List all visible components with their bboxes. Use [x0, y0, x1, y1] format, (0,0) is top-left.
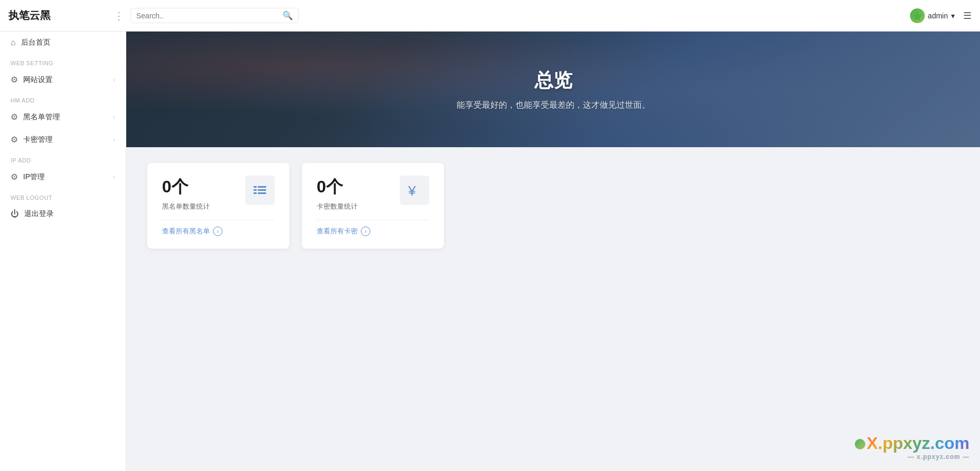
svg-text:¥: ¥: [408, 183, 416, 199]
svg-rect-6: [258, 192, 266, 194]
banner-title: 总览: [457, 68, 650, 94]
banner: 总览 能享受最好的，也能享受最差的，这才做见过世面。: [126, 32, 980, 147]
gear-icon-card: ⚙: [11, 135, 18, 145]
header: 执笔云黑 ⋮ 🔍 admin ▾ ☰: [0, 0, 980, 32]
list-icon: [245, 176, 275, 205]
section-label-web-logout: WEB LOGOUT: [0, 188, 126, 203]
user-dropdown[interactable]: admin ▾: [910, 8, 955, 23]
svg-rect-2: [258, 186, 266, 188]
sidebar-item-blacklist[interactable]: ⚙ 黑名单管理 ‹: [0, 106, 126, 128]
stat-card-blacklist-top: 0个 黑名单数量统计: [162, 176, 275, 211]
sidebar-blacklist-label: 黑名单管理: [23, 112, 60, 122]
card-link-arrow: ›: [361, 227, 370, 236]
svg-marker-0: [913, 12, 922, 21]
gear-icon: ⚙: [11, 75, 18, 85]
home-icon: ⌂: [11, 38, 16, 47]
search-bar: 🔍: [130, 8, 299, 23]
sidebar-ip-label: IP管理: [23, 172, 45, 182]
banner-subtitle: 能享受最好的，也能享受最差的，这才做见过世面。: [457, 100, 650, 111]
gear-icon-ip: ⚙: [11, 172, 18, 182]
sidebar-card-label: 卡密管理: [23, 135, 53, 145]
card-link[interactable]: 查看所有卡密 ›: [317, 227, 429, 236]
sidebar-item-logout[interactable]: ⏻ 退出登录: [0, 203, 126, 225]
card-count: 0个: [317, 176, 358, 199]
card-divider-2: [317, 220, 429, 220]
svg-rect-5: [254, 192, 257, 194]
dropdown-arrow-icon: ▾: [951, 12, 955, 20]
chevron-right-icon-card: ‹: [113, 136, 115, 144]
section-label-ip-add: IP ADD: [0, 151, 126, 166]
avatar: [910, 8, 925, 23]
blacklist-link-text: 查看所有黑名单: [162, 227, 210, 236]
blacklist-link-arrow: ›: [213, 227, 223, 236]
gear-icon-blacklist: ⚙: [11, 112, 18, 122]
section-label-web-setting: WEB SETTING: [0, 54, 126, 68]
sidebar: ⌂ 后台首页 WEB SETTING ⚙ 网站设置 ‹ HM ADD ⚙ 黑名单…: [0, 32, 126, 471]
stat-card-blacklist-info: 0个 黑名单数量统计: [162, 176, 210, 211]
svg-rect-4: [258, 189, 266, 191]
sidebar-home-label: 后台首页: [21, 38, 50, 47]
hamburger-icon[interactable]: ☰: [963, 10, 972, 22]
stat-card-card: 0个 卡密数量统计 ¥ 查看所有卡密 ›: [302, 163, 444, 249]
sidebar-logout-label: 退出登录: [24, 209, 54, 219]
search-icon[interactable]: 🔍: [282, 11, 293, 21]
dots-menu-icon[interactable]: ⋮: [114, 9, 124, 22]
svg-rect-1: [254, 186, 257, 188]
user-name: admin: [928, 12, 948, 20]
sidebar-item-ip[interactable]: ⚙ IP管理 ‹: [0, 166, 126, 188]
chevron-right-icon: ‹: [113, 76, 115, 84]
sidebar-item-home[interactable]: ⌂ 后台首页: [0, 32, 126, 54]
layout: ⌂ 后台首页 WEB SETTING ⚙ 网站设置 ‹ HM ADD ⚙ 黑名单…: [0, 32, 980, 471]
sidebar-item-card[interactable]: ⚙ 卡密管理 ‹: [0, 128, 126, 151]
stat-card-blacklist: 0个 黑名单数量统计: [147, 163, 289, 249]
sidebar-website-settings-label: 网站设置: [23, 75, 53, 85]
chevron-right-icon-ip: ‹: [113, 173, 115, 181]
chevron-right-icon-blacklist: ‹: [113, 114, 115, 121]
svg-rect-3: [254, 189, 257, 191]
header-right: admin ▾ ☰: [910, 8, 972, 23]
card-label: 卡密数量统计: [317, 202, 358, 211]
logo: 执笔云黑: [8, 8, 103, 23]
sidebar-item-website-settings[interactable]: ⚙ 网站设置 ‹: [0, 68, 126, 91]
stat-card-card-top: 0个 卡密数量统计 ¥: [317, 176, 429, 211]
search-input[interactable]: [136, 12, 282, 20]
banner-text: 总览 能享受最好的，也能享受最差的，这才做见过世面。: [457, 68, 650, 111]
blacklist-count: 0个: [162, 176, 210, 199]
blacklist-label: 黑名单数量统计: [162, 202, 210, 211]
main-content: 总览 能享受最好的，也能享受最差的，这才做见过世面。 0个 黑名单数量统计: [126, 32, 980, 471]
power-icon: ⏻: [11, 209, 19, 219]
blacklist-link[interactable]: 查看所有黑名单 ›: [162, 227, 275, 236]
card-divider-1: [162, 220, 275, 220]
stat-card-card-info: 0个 卡密数量统计: [317, 176, 358, 211]
yuan-icon: ¥: [400, 176, 429, 205]
section-label-hm-add: HM ADD: [0, 91, 126, 106]
cards-section: 0个 黑名单数量统计: [126, 147, 980, 264]
card-link-text: 查看所有卡密: [317, 227, 358, 236]
